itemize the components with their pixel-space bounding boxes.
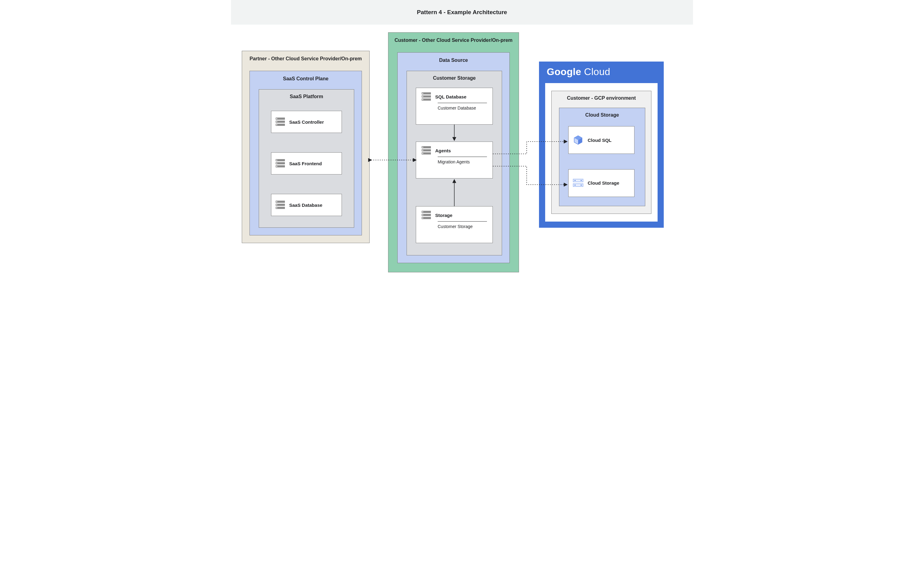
customer-outer-label: Customer - Other Cloud Service Provider/… (388, 37, 519, 43)
customer-inner-label: Customer Storage (407, 76, 502, 81)
saas-controller-label: SaaS Controller (289, 119, 342, 125)
sql-database-title: SQL Database (435, 94, 466, 99)
saas-frontend-card: SaaS Frontend (271, 152, 342, 174)
cloud-storage-label: Cloud Storage (588, 181, 634, 186)
cloud-sql-icon (573, 135, 583, 145)
gcp-env-label: Customer - GCP environment (552, 95, 651, 101)
server-icon (276, 118, 285, 126)
cloud-sql-card: Cloud SQL (568, 126, 635, 154)
server-icon (422, 92, 431, 101)
server-icon (422, 211, 431, 219)
server-icon (422, 146, 431, 155)
customer-mid-label: Data Source (397, 58, 509, 63)
saas-frontend-label: SaaS Frontend (289, 161, 342, 166)
partner-outer-label: Partner - Other Cloud Service Provider/O… (242, 56, 369, 61)
gcp-storage-label: Cloud Storage (559, 112, 645, 118)
cloud-storage-card: Cloud Storage (568, 169, 635, 197)
diagram-title: Pattern 4 - Example Architecture (417, 9, 507, 15)
saas-database-label: SaaS Database (289, 203, 342, 208)
cloud-storage-icon (573, 179, 583, 187)
storage-title: Storage (435, 213, 452, 218)
storage-sub: Customer Storage (438, 224, 487, 229)
partner-inner-label: SaaS Platform (259, 94, 354, 99)
server-icon (276, 159, 285, 168)
storage-card: Storage Customer Storage (416, 206, 493, 243)
server-icon (276, 201, 285, 209)
google-cloud-logo: Google Cloud (547, 66, 610, 77)
agents-card: Agents Migration Agents (416, 142, 493, 179)
agents-title: Agents (435, 148, 451, 153)
diagram-canvas: Pattern 4 - Example Architecture Partner… (231, 0, 693, 288)
cloud-sql-label: Cloud SQL (588, 137, 634, 143)
sql-database-sub: Customer Database (438, 106, 487, 110)
google-cloud-logo-bold: Google (547, 66, 581, 77)
saas-controller-card: SaaS Controller (271, 111, 342, 133)
sql-database-card: SQL Database Customer Database (416, 88, 493, 125)
agents-sub: Migration Agents (438, 160, 487, 164)
google-cloud-logo-light: Cloud (581, 66, 610, 77)
diagram-title-band: Pattern 4 - Example Architecture (231, 0, 693, 25)
saas-database-card: SaaS Database (271, 194, 342, 216)
partner-mid-label: SaaS Control Plane (250, 76, 362, 82)
